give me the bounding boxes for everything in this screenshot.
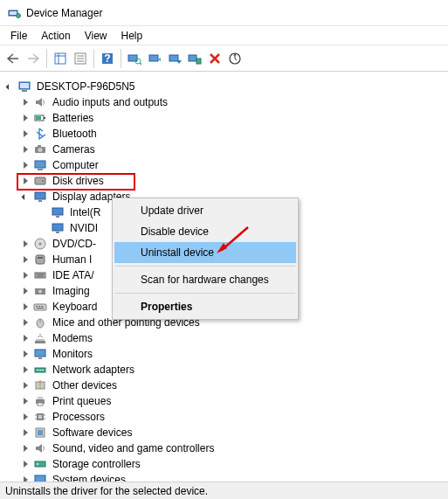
monitor-icon [33, 347, 47, 361]
tree-item[interactable]: Cameras [0, 142, 448, 157]
expand-caret-icon[interactable] [19, 316, 31, 329]
context-update-driver[interactable]: Update driver [114, 200, 296, 221]
expand-caret-icon[interactable] [19, 253, 31, 266]
tree-item[interactable]: Processors [0, 409, 448, 425]
display-icon [51, 221, 65, 235]
expand-caret-icon[interactable] [19, 112, 31, 124]
expand-caret-icon[interactable] [19, 395, 31, 407]
expand-caret-icon[interactable] [19, 348, 31, 360]
expand-caret-icon[interactable] [3, 80, 16, 93]
expand-caret-icon[interactable] [19, 96, 31, 108]
tree-item-label: Monitors [51, 347, 94, 361]
svg-rect-60 [39, 370, 41, 371]
status-bar: Uninstalls the driver for the selected d… [0, 482, 448, 499]
svg-rect-1 [10, 11, 17, 15]
expand-caret-icon[interactable] [19, 364, 31, 376]
ide-icon [33, 268, 47, 282]
tree-item-label: Network adapters [51, 363, 136, 377]
expand-caret-icon[interactable] [19, 442, 31, 454]
update-driver-button[interactable] [145, 49, 164, 68]
expand-caret-icon[interactable] [19, 269, 31, 281]
show-hide-tree-button[interactable] [51, 49, 70, 68]
tree-item[interactable]: System devices [0, 472, 448, 482]
menu-file[interactable]: File [3, 28, 34, 44]
spacer [37, 206, 49, 218]
menu-view[interactable]: View [78, 28, 114, 44]
expand-caret-icon[interactable] [19, 159, 31, 171]
expand-caret-icon[interactable] [19, 458, 31, 470]
svg-point-2 [17, 13, 21, 17]
expand-caret-icon[interactable] [19, 426, 31, 439]
uninstall-device-button[interactable] [185, 49, 204, 68]
svg-rect-30 [38, 169, 43, 170]
svg-rect-74 [38, 430, 43, 435]
expand-caret-icon[interactable] [19, 175, 31, 187]
disk-icon [33, 174, 47, 188]
svg-line-14 [140, 63, 141, 65]
expand-caret-icon[interactable] [19, 379, 31, 392]
expand-caret-icon[interactable] [19, 411, 31, 423]
tree-item[interactable]: Computer [0, 157, 448, 173]
tree-item-label: Other devices [51, 378, 119, 392]
expand-caret-icon[interactable] [19, 143, 31, 156]
tree-item[interactable]: Print queues [0, 393, 448, 409]
disable-device-button[interactable] [165, 49, 184, 68]
tree-item[interactable]: Sound, video and game controllers [0, 440, 448, 456]
context-scan-hardware[interactable]: Scan for hardware changes [114, 269, 296, 290]
expand-caret-icon[interactable] [19, 285, 31, 297]
tree-item-label: Computer [51, 158, 100, 172]
svg-rect-55 [35, 341, 45, 343]
modem-icon [33, 331, 47, 345]
tree-item[interactable]: Disk drives [0, 173, 448, 189]
svg-rect-37 [52, 224, 63, 231]
expand-caret-icon[interactable] [19, 191, 31, 203]
tree-item[interactable]: Software devices [0, 425, 448, 440]
system-icon [33, 473, 47, 482]
expand-caret-icon[interactable] [19, 301, 31, 313]
svg-text:?: ? [104, 52, 110, 65]
forward-button[interactable] [24, 49, 43, 68]
tree-root[interactable]: DESKTOP-F96D5N5 [0, 79, 448, 94]
svg-rect-22 [22, 90, 27, 92]
expand-caret-icon[interactable] [19, 238, 31, 250]
svg-rect-41 [36, 255, 45, 264]
svg-rect-77 [35, 475, 45, 482]
tree-item-label: Sound, video and game controllers [51, 441, 216, 455]
expand-caret-icon[interactable] [19, 128, 31, 140]
scan-changes-button[interactable] [225, 49, 245, 68]
expand-caret-icon[interactable] [19, 332, 31, 344]
svg-point-27 [38, 148, 43, 152]
tree-item[interactable]: Bluetooth [0, 126, 448, 142]
svg-rect-38 [56, 232, 59, 233]
tree-item[interactable]: Audio inputs and outputs [0, 94, 448, 110]
svg-rect-66 [38, 403, 43, 405]
tree-item-label: DVD/CD- [51, 237, 98, 251]
tree-item-label: NVIDI [68, 221, 100, 235]
dvd-icon [33, 237, 47, 251]
tree-item[interactable]: Storage controllers [0, 456, 448, 472]
context-uninstall-device[interactable]: Uninstall device [114, 242, 296, 263]
svg-rect-15 [149, 55, 158, 61]
display-icon [33, 190, 47, 204]
tree-item-label: Audio inputs and outputs [51, 95, 169, 109]
menu-help[interactable]: Help [114, 28, 150, 44]
mouse-icon [33, 315, 47, 329]
help-button[interactable]: ? [98, 49, 117, 68]
tree-item[interactable]: Modems [0, 330, 448, 346]
scan-hardware-button[interactable] [125, 49, 144, 68]
svg-text:!: ! [38, 378, 41, 391]
tree-item[interactable]: Batteries [0, 110, 448, 126]
tree-item-label: Print queues [51, 394, 113, 408]
back-button[interactable] [3, 49, 23, 68]
menu-action[interactable]: Action [34, 28, 77, 44]
context-properties[interactable]: Properties [114, 296, 296, 317]
tree-item[interactable]: !Other devices [0, 378, 448, 393]
svg-rect-25 [36, 116, 41, 120]
tree-item[interactable]: Network adapters [0, 362, 448, 378]
context-disable-device[interactable]: Disable device [114, 221, 296, 242]
delete-button[interactable] [205, 49, 224, 68]
tree-item[interactable]: Monitors [0, 346, 448, 362]
properties-button[interactable] [71, 49, 90, 68]
expand-caret-icon[interactable] [19, 474, 31, 482]
tree-item-label: Human I [51, 253, 93, 267]
